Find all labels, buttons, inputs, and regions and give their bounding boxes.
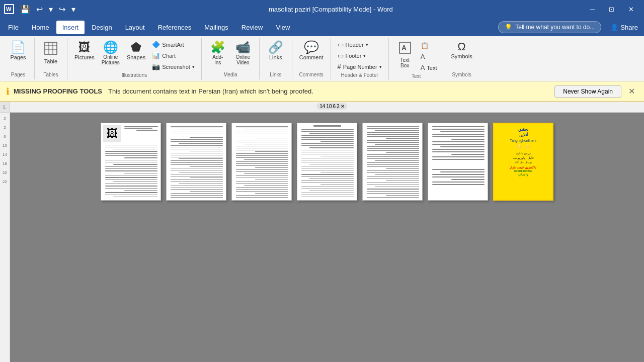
svg-rect-2 [45, 42, 57, 54]
pictures-button[interactable]: 🖼 Pictures [71, 39, 98, 62]
footer-button[interactable]: ▭ Footer ▾ [335, 50, 384, 61]
page-number-button[interactable]: # Page Number ▾ [335, 61, 384, 72]
smartart-icon: 🔷 [152, 41, 160, 48]
wordart-button[interactable]: A [418, 51, 440, 62]
symbols-icon: Ω [457, 41, 465, 52]
horizontal-ruler-row: L 14 10 6 2 ✕ [0, 102, 644, 113]
ribbon-group-text: A TextBox 📋 A A [389, 38, 444, 81]
ribbon-group-symbols: Ω Symbols Symbols [444, 38, 479, 79]
comment-icon: 💬 [304, 41, 319, 53]
page7-star2: ⭐ [524, 143, 531, 150]
page-thumbnail-2[interactable] [166, 123, 226, 201]
tell-me-box[interactable]: 💡 Tell me what you want to do... [498, 21, 601, 33]
symbols-group-label: Symbols [444, 72, 479, 77]
table-label: Table [44, 58, 57, 64]
tables-group-label: Tables [35, 72, 67, 77]
title-bar: W 💾 ↩ ▾ ↪ ▾ masoliat paziri [Compatibili… [0, 0, 644, 18]
share-button[interactable]: 👤 Share [606, 22, 642, 33]
menu-references[interactable]: References [152, 21, 197, 34]
smartart-button[interactable]: 🔷 SmartArt [149, 39, 197, 50]
pages-button[interactable]: 📄 Pages [6, 39, 30, 62]
menu-insert[interactable]: Insert [56, 21, 85, 34]
textbox-icon: A [398, 41, 412, 56]
quick-parts-button[interactable]: 📋 [418, 40, 440, 51]
svg-text:A: A [401, 44, 407, 52]
menu-design[interactable]: Design [86, 21, 118, 34]
pages-icon: 📄 [11, 41, 26, 53]
menu-file[interactable]: File [2, 21, 25, 34]
never-show-again-button[interactable]: Never Show Again [554, 85, 621, 98]
header-button[interactable]: ▭ Header ▾ [335, 39, 384, 50]
menu-view[interactable]: View [270, 21, 296, 34]
addins-button[interactable]: 🧩 Add-ins [206, 39, 230, 67]
word-icon: W [4, 4, 14, 14]
chart-button[interactable]: 📊 Chart [149, 50, 197, 61]
pages-row: 🖼 [101, 123, 553, 201]
share-label: Share [620, 24, 638, 31]
notification-close-button[interactable]: ✕ [625, 85, 638, 97]
share-icon: 👤 [610, 24, 618, 31]
undo-dropdown[interactable]: ▾ [47, 3, 55, 16]
document-title: masoliat paziri [Compatibility Mode] - W… [77, 6, 584, 13]
page-thumbnail-7[interactable]: تحقیقآنلاین Tahghighonline.ir ⭐ ⭐ مرجع د… [493, 123, 553, 201]
online-pictures-icon: 🌐 [103, 41, 118, 53]
shapes-button[interactable]: ⬟ Shapes [124, 39, 148, 62]
footer-icon: ▭ [338, 52, 344, 59]
notification-icon: ℹ [6, 86, 10, 97]
horizontal-ruler: 14 10 6 2 ✕ [10, 102, 644, 112]
comments-group-label: Comments [292, 72, 331, 77]
page7-price: با کمترین قیمت بازار [510, 165, 536, 169]
menu-mailings[interactable]: Mailings [198, 21, 234, 34]
illustrations-group-label: Illustrations [67, 72, 201, 78]
redo-button[interactable]: ↪ [57, 3, 67, 16]
menu-home[interactable]: Home [26, 21, 55, 34]
shapes-icon: ⬟ [131, 41, 141, 53]
comment-button[interactable]: 💬 Comment [296, 39, 327, 62]
media-group-label: Media [202, 72, 259, 77]
customize-quick-access[interactable]: ▾ [69, 3, 77, 16]
online-video-icon: 📹 [235, 41, 251, 53]
links-button[interactable]: 🔗 Links [264, 39, 288, 62]
notification-text: This document contains text in Persian (… [108, 87, 313, 95]
svg-text:W: W [6, 6, 12, 12]
minimize-button[interactable]: ─ [584, 4, 601, 15]
window-controls: ─ ⊡ ✕ [584, 4, 640, 15]
ruler-close[interactable]: ✕ [341, 104, 345, 109]
page-thumbnail-6[interactable] [428, 123, 488, 201]
page-thumbnail-1[interactable]: 🖼 [101, 123, 161, 201]
textbox-button[interactable]: A TextBox [393, 39, 417, 70]
illustrations-small-btns: 🔷 SmartArt 📊 Chart 📷 Screenshot ▾ [149, 39, 197, 72]
wordart-icon: A [421, 53, 425, 60]
tell-me-text: Tell me what you want to do... [515, 24, 595, 31]
pages-group-label: Pages [2, 72, 34, 77]
ribbon-group-links: 🔗 Links Links [260, 38, 292, 79]
undo-button[interactable]: ↩ [34, 3, 45, 16]
maximize-button[interactable]: ⊡ [603, 4, 620, 15]
page7-star1: ⭐ [515, 143, 523, 150]
ruler-num-3: 6 [333, 104, 336, 109]
online-video-button[interactable]: 📹 OnlineVideo [231, 39, 255, 67]
notification-bar: ℹ MISSING PROOFING TOOLS This document c… [0, 81, 644, 102]
quick-access-toolbar: 💾 ↩ ▾ ↪ ▾ [18, 3, 77, 16]
ribbon-group-tables: Table Tables [35, 38, 67, 79]
page1-image: 🖼 [103, 125, 121, 142]
menu-review[interactable]: Review [235, 21, 269, 34]
online-pictures-button[interactable]: 🌐 OnlinePictures [99, 39, 123, 67]
close-button[interactable]: ✕ [622, 4, 640, 15]
page-thumbnail-5[interactable] [362, 123, 423, 201]
page7-desc1: مرجع دانلودفایل - پاورپوینتوردی دی اف [513, 151, 534, 164]
save-button[interactable]: 💾 [18, 3, 32, 16]
menu-layout[interactable]: Layout [119, 21, 151, 34]
screenshot-icon: 📷 [152, 63, 160, 70]
header-footer-btns: ▭ Header ▾ ▭ Footer ▾ # Page Number ▾ [335, 39, 384, 72]
page-thumbnail-4[interactable] [297, 123, 357, 201]
links-icon: 🔗 [268, 41, 283, 53]
symbols-button[interactable]: Ω Symbols [448, 39, 475, 61]
ribbon-group-illustrations: 🖼 Pictures 🌐 OnlinePictures ⬟ Shapes 🔷 S… [67, 38, 202, 80]
table-button[interactable]: Table [39, 39, 63, 66]
dropcap-button[interactable]: A Text [418, 62, 440, 73]
screenshot-button[interactable]: 📷 Screenshot ▾ [149, 61, 197, 72]
page-thumbnail-3[interactable] [231, 123, 292, 201]
ruler-corner[interactable]: L [0, 102, 10, 112]
page7-title: تحقیقآنلاین [518, 127, 528, 138]
